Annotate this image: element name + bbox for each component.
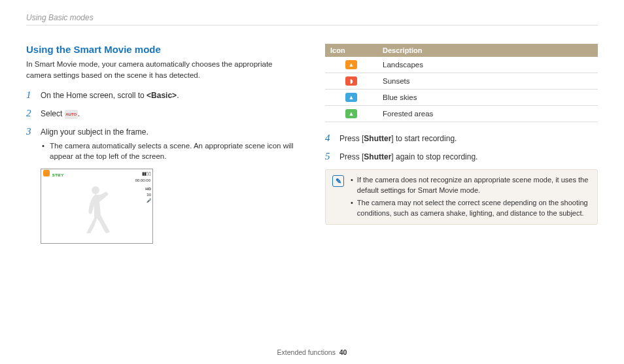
step-text: On the Home screen, scroll to [41,91,147,100]
page-footer: Extended functions 40 [0,348,624,356]
footer-section-label: Extended functions [277,348,336,356]
step-text: Press [ [339,152,364,161]
page-number: 40 [339,348,347,356]
step-text: Select [41,109,65,118]
table-header-icon: Icon [325,44,377,57]
recording-info-icons: HD 30 🎤 [145,186,151,204]
bullet-dot: • [351,175,353,196]
mic-icon: 🎤 [145,198,151,204]
sub-bullet-text: The camera automatically selects a scene… [50,141,299,161]
note-icon: ✎ [332,175,344,187]
scene-icon: ▲ [345,93,357,102]
note-item: • The camera may not select the correct … [351,198,591,219]
step-1: 1 On the Home screen, scroll to <Basic>. [26,90,299,101]
divider [26,25,598,25]
section-heading: Using the Smart Movie mode [26,44,299,55]
step-text: ] again to stop recording. [391,152,477,161]
step-number: 4 [325,133,333,144]
note-text: The camera may not select the correct sc… [357,198,591,219]
step-number: 1 [26,90,34,101]
step-number: 2 [26,108,34,119]
camera-screenshot: STBY ▮▮▯ ▯ 00:00:00 HD 30 🎤 [41,169,153,244]
table-header-description: Description [377,44,598,57]
bullet-dot: • [351,198,353,219]
step-bold: <Basic> [147,91,177,100]
standby-label: STBY [52,173,64,177]
step-2: 2 Select AUTO. [26,108,299,120]
fps-label: 30 [145,192,151,198]
scene-description: Blue skies [377,90,598,106]
subject-silhouette-icon [77,182,116,235]
step-5: 5 Press [Shutter] again to stop recordin… [325,151,598,163]
scene-indicator-icon [43,170,50,176]
smart-movie-mode-icon: AUTO [65,110,78,119]
step-number: 3 [26,126,34,137]
scene-description: Sunsets [377,73,598,90]
hd-label: HD [145,186,151,192]
step-3: 3 Align your subject in the frame. • The… [26,126,299,161]
content-columns: Using the Smart Movie mode In Smart Movi… [26,44,598,244]
table-row: ▲Forested areas [325,106,598,122]
scene-icon: ▲ [345,60,357,69]
note-item: • If the camera does not recognize an ap… [351,175,591,196]
step-bold: Shutter [364,152,391,161]
step-bold: Shutter [364,134,391,143]
note-box: ✎ • If the camera does not recognize an … [325,169,598,225]
step-text: Press [ [339,134,364,143]
step-text: Align your subject in the frame. [41,127,148,137]
scene-icon: ◗ [345,76,357,86]
intro-text: In Smart Movie mode, your camera automat… [26,59,299,80]
step-4: 4 Press [Shutter] to start recording. [325,133,598,144]
scene-icon-table: Icon Description ▲Landscapes◗Sunsets▲Blu… [325,44,598,122]
table-row: ▲Blue skies [325,90,598,106]
scene-description: Forested areas [377,106,598,122]
step-text: . [177,91,179,100]
right-column: Icon Description ▲Landscapes◗Sunsets▲Blu… [325,44,598,244]
left-column: Using the Smart Movie mode In Smart Movi… [26,44,299,244]
note-text: If the camera does not recognize an appr… [357,175,591,196]
step-text: . [78,109,80,118]
table-row: ◗Sunsets [325,73,598,90]
step-text: ] to start recording. [391,134,457,143]
svg-point-0 [92,186,99,194]
step-number: 5 [325,151,333,162]
table-row: ▲Landscapes [325,57,598,73]
time-counter: 00:00:00 [135,178,150,182]
battery-icon: ▮▮▯ ▯ [142,171,150,176]
breadcrumb: Using Basic modes [26,13,598,22]
scene-icon: ▲ [345,109,357,118]
step-sub-bullet: • The camera automatically selects a sce… [41,141,299,161]
bullet-dot: • [42,141,46,161]
scene-description: Landscapes [377,57,598,73]
